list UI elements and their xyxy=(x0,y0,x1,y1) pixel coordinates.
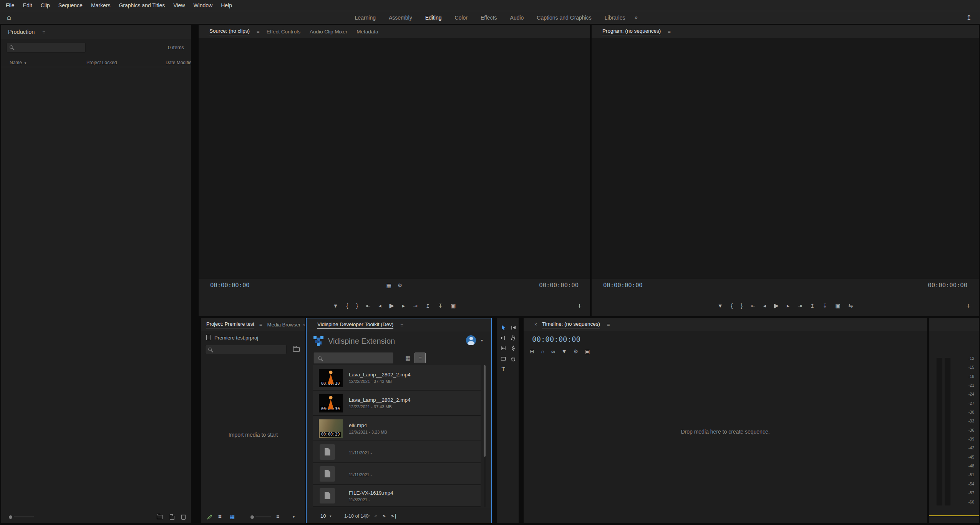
production-search-input[interactable] xyxy=(7,43,86,53)
mark-in-button[interactable]: { xyxy=(731,303,733,308)
vidispine-search-input[interactable] xyxy=(313,352,393,364)
step-forward-button[interactable]: ▸ xyxy=(402,303,405,308)
panel-menu-icon[interactable]: ≡ xyxy=(665,29,673,35)
sort-icon[interactable]: ≡ xyxy=(276,513,279,520)
go-to-out-button[interactable]: ⇥ xyxy=(413,303,418,308)
go-to-in-button[interactable]: ⇤ xyxy=(751,303,755,308)
project-tab-media-browser[interactable]: Media Browser xyxy=(265,322,303,328)
project-tab-project-premiere-test[interactable]: Project: Premiere test xyxy=(204,321,257,328)
avatar-caret-down-icon[interactable]: ▾ xyxy=(481,338,483,343)
project-writable-pencil-icon[interactable] xyxy=(207,514,213,520)
page-size-select[interactable]: 10 xyxy=(320,513,326,519)
step-forward-button[interactable]: ▸ xyxy=(787,303,789,308)
export-frame-icon[interactable]: ▣ xyxy=(585,349,590,354)
list-scrollbar-thumb[interactable] xyxy=(484,365,486,457)
vidispine-panel-menu-icon[interactable]: ≡ xyxy=(398,322,406,328)
workspace-tab-libraries[interactable]: Libraries xyxy=(605,15,625,21)
menu-sequence[interactable]: Sequence xyxy=(54,0,87,11)
timeline-settings-icon[interactable]: ⚙ xyxy=(574,349,579,354)
panel-menu-icon[interactable]: ≡ xyxy=(257,322,265,328)
ripple-edit-tool[interactable] xyxy=(499,334,507,342)
first-page-button[interactable]: |< xyxy=(364,513,370,519)
workspace-overflow-chevron-icon[interactable]: » xyxy=(635,14,638,20)
menu-help[interactable]: Help xyxy=(217,0,236,11)
source-tab-metadata[interactable]: Metadata xyxy=(352,29,383,35)
project-file-row[interactable]: Premiere test.prproj xyxy=(201,333,305,343)
project-overflow-chevron-icon[interactable]: » xyxy=(303,322,305,328)
comparison-view-button[interactable]: ⇆ xyxy=(849,303,853,308)
menu-markers[interactable]: Markers xyxy=(87,0,115,11)
play-button[interactable]: ▶ xyxy=(390,303,394,309)
menu-graphics-and-titles[interactable]: Graphics and Titles xyxy=(114,0,169,11)
list-view-button[interactable]: ≡ xyxy=(415,353,426,363)
workspace-tab-color[interactable]: Color xyxy=(455,15,468,21)
column-header-name[interactable]: Name▼ xyxy=(10,60,27,65)
page-size-caret-icon[interactable]: ▾ xyxy=(330,514,332,518)
menu-clip[interactable]: Clip xyxy=(36,0,54,11)
thumbnail-zoom-slider-track[interactable] xyxy=(255,517,271,517)
workspace-tab-editing[interactable]: Editing xyxy=(425,15,442,21)
linked-selection-icon[interactable]: ∞ xyxy=(551,349,555,354)
tab-timeline[interactable]: × Timeline: (no sequences) xyxy=(530,321,605,328)
workspace-tab-audio[interactable]: Audio xyxy=(510,15,524,21)
delete-icon[interactable] xyxy=(181,515,186,520)
track-select-forward-tool[interactable] xyxy=(509,323,517,332)
media-list-item[interactable]: 00:00:30Lava_Lamp__2802_2.mp412/22/2021 … xyxy=(313,365,481,391)
project-search-input[interactable] xyxy=(205,345,287,354)
button-editor-plus-icon[interactable]: + xyxy=(966,302,970,310)
close-icon[interactable]: × xyxy=(534,322,537,327)
mark-in-button[interactable]: { xyxy=(346,303,348,308)
column-header-date-modified[interactable]: Date Modified xyxy=(166,60,191,65)
mark-out-button[interactable]: } xyxy=(741,303,743,308)
list-view-icon[interactable]: ≡ xyxy=(218,513,222,520)
menu-view[interactable]: View xyxy=(169,0,189,11)
export-frame-button[interactable]: ▣ xyxy=(451,303,456,308)
source-tab-effect-controls[interactable]: Effect Controls xyxy=(262,29,305,35)
timeline-panel-menu-icon[interactable]: ≡ xyxy=(605,322,612,328)
thumbnail-zoom-slider-handle[interactable] xyxy=(250,515,254,519)
column-header-project-locked[interactable]: Project Locked xyxy=(86,60,117,65)
go-to-out-button[interactable]: ⇥ xyxy=(798,303,802,308)
razor-tool[interactable] xyxy=(509,334,517,342)
step-back-button[interactable]: ◂ xyxy=(379,303,381,308)
type-tool[interactable]: T xyxy=(499,365,507,373)
hand-tool[interactable] xyxy=(509,354,517,363)
program-tab-program-no-sequences[interactable]: Program: (no sequences) xyxy=(598,28,665,35)
zoom-slider-track[interactable] xyxy=(14,517,34,517)
new-bin-icon[interactable] xyxy=(157,515,163,519)
media-list-item[interactable]: 11/11/2021 - xyxy=(313,463,481,485)
media-list-item[interactable]: FILE-VX-1619.mp411/8/2021 - xyxy=(313,485,481,507)
workspace-tab-learning[interactable]: Learning xyxy=(355,15,376,21)
go-to-in-button[interactable]: ⇤ xyxy=(366,303,371,308)
user-avatar[interactable] xyxy=(466,335,476,345)
home-icon[interactable]: ⌂ xyxy=(7,13,11,22)
selection-tool[interactable] xyxy=(499,323,507,332)
snap-icon[interactable]: ∩ xyxy=(541,349,545,354)
caret-down-icon[interactable]: ▾ xyxy=(293,515,295,519)
new-item-icon[interactable] xyxy=(170,514,174,520)
add-marker-button[interactable]: ▼ xyxy=(333,303,338,308)
insert-button[interactable]: ↥ xyxy=(426,303,430,308)
tab-vidispine-developer-toolkit[interactable]: Vidispine Developer Toolkit (Dev) xyxy=(313,321,398,329)
next-page-button[interactable]: > xyxy=(383,513,386,519)
menu-edit[interactable]: Edit xyxy=(19,0,36,11)
zoom-slider-handle[interactable] xyxy=(9,515,12,519)
quick-export-icon[interactable]: ↥ xyxy=(967,14,972,21)
source-tab-source-no-clips[interactable]: Source: (no clips) xyxy=(205,28,254,35)
production-panel-menu-icon[interactable]: ≡ xyxy=(40,29,48,35)
add-marker-icon[interactable]: ▼ xyxy=(562,349,567,354)
rectangle-tool[interactable] xyxy=(499,354,507,363)
menu-window[interactable]: Window xyxy=(189,0,217,11)
settings-wrench-icon[interactable]: ⚙ xyxy=(398,283,403,288)
step-back-button[interactable]: ◂ xyxy=(763,303,766,308)
add-marker-button[interactable]: ▼ xyxy=(718,303,723,308)
icon-view-icon[interactable]: ▦ xyxy=(230,513,235,520)
slip-tool[interactable] xyxy=(499,344,507,353)
list-scrollbar[interactable] xyxy=(484,365,486,507)
play-button[interactable]: ▶ xyxy=(774,303,779,309)
media-list-item[interactable]: 00:00:29elk.mp412/9/2021 - 3.23 MB xyxy=(313,416,481,441)
playback-settings-icon[interactable]: ▦ xyxy=(386,283,391,288)
extract-button[interactable]: ↧ xyxy=(823,303,827,308)
export-frame-button[interactable]: ▣ xyxy=(835,303,840,308)
pen-tool[interactable] xyxy=(509,344,517,353)
